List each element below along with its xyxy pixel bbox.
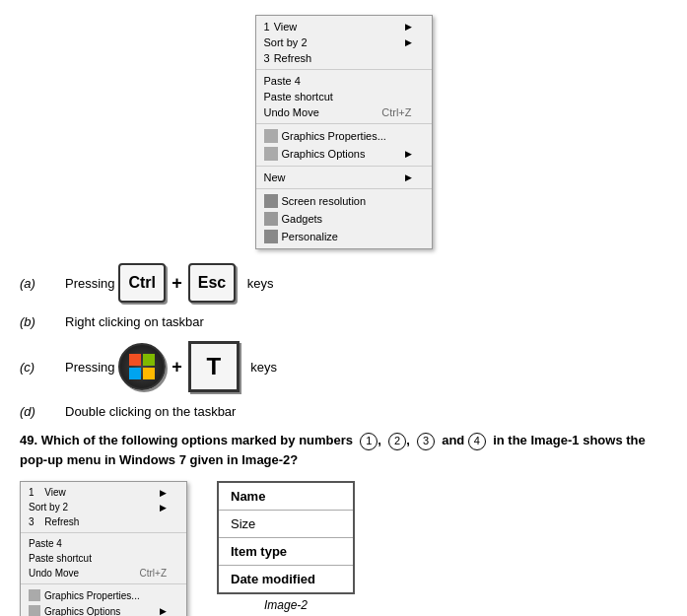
plus-a: +	[172, 273, 182, 294]
personalize-icon	[264, 230, 278, 243]
text-b: Right clicking on taskbar	[65, 314, 204, 329]
menu-sep-1	[256, 69, 432, 70]
menu-label-paste: Paste 4	[264, 75, 301, 87]
menu-item-graphics-opts[interactable]: Graphics Options	[256, 145, 432, 163]
menu-item-paste[interactable]: Paste 4	[256, 73, 432, 89]
esc-key: Esc	[188, 263, 236, 303]
img1-menu-undo: Undo Move Ctrl+Z	[21, 566, 186, 581]
plus-c: +	[172, 357, 182, 377]
windows-logo-svg	[127, 352, 157, 381]
circle-2: 2	[388, 433, 406, 450]
menu-label-gadgets: Gadgets	[282, 213, 323, 225]
img1-menu-sortby: Sort by 2	[21, 500, 186, 514]
menu-sep-3	[256, 166, 432, 167]
sort-item-name: Name	[219, 483, 353, 511]
label-c: (c)	[20, 360, 49, 375]
question-text1: Which of the following options marked by…	[41, 433, 353, 447]
menu-item-screen-res[interactable]: Screen resolution	[256, 192, 432, 210]
section-b: (b) Right clicking on taskbar	[20, 314, 667, 329]
image-1-block: 1 View Sort by 2 3 Refresh Paste 4 Paste…	[20, 481, 187, 616]
t-key: T	[188, 341, 240, 392]
text-d: Double clicking on the taskbar	[65, 404, 236, 419]
ctrl-key: Ctrl	[118, 263, 166, 303]
svg-rect-3	[143, 368, 155, 379]
menu-item-graphics-props[interactable]: Graphics Properties...	[256, 127, 432, 145]
menu-sep-4	[256, 188, 432, 189]
section-d: (d) Double clicking on the taskbar	[20, 404, 667, 419]
section-a: (a) Pressing Ctrl + Esc keys	[20, 263, 667, 303]
top-context-menu: 1 View Sort by 2 3 Refresh Paste 4 Paste…	[255, 15, 433, 249]
menu-num-1: 1	[264, 21, 270, 33]
img1-menu-refresh: 3 Refresh	[21, 514, 186, 529]
img1-menu-paste-sc: Paste shortcut	[21, 551, 186, 566]
images-row: 1 View Sort by 2 3 Refresh Paste 4 Paste…	[20, 481, 667, 616]
menu-label-refresh: Refresh	[274, 52, 312, 64]
menu-sep-2	[256, 123, 432, 124]
img1-menu-gfx-opts: Graphics Options	[21, 603, 186, 616]
img1-gfx-props-icon	[29, 589, 40, 601]
suffix-c: keys	[250, 360, 277, 375]
circle-3: 3	[417, 433, 435, 450]
image-2-block: Name Size Item type Date modified Image-…	[217, 481, 355, 612]
menu-label-personalize: Personalize	[282, 231, 338, 242]
menu-num-3: 3	[264, 52, 270, 64]
menu-label-screen-res: Screen resolution	[282, 195, 367, 207]
menu-item-view[interactable]: 1 View	[256, 19, 432, 34]
img1-menu-paste: Paste 4	[21, 536, 186, 551]
suffix-a: keys	[247, 276, 274, 291]
menu-item-paste-shortcut[interactable]: Paste shortcut	[256, 89, 432, 104]
circle-4: 4	[468, 433, 486, 450]
windows-logo-btn	[118, 343, 166, 390]
menu-label-paste-shortcut: Paste shortcut	[264, 91, 333, 103]
menu-item-refresh[interactable]: 3 Refresh	[256, 50, 432, 66]
text-c: Pressing	[65, 360, 115, 375]
menu-item-undo[interactable]: Undo Move Ctrl+Z	[256, 104, 432, 120]
menu-item-gadgets[interactable]: Gadgets	[256, 210, 432, 228]
screen-res-icon	[264, 194, 278, 208]
label-a: (a)	[20, 276, 49, 291]
img1-num-1: 1	[29, 487, 34, 498]
menu-shortcut-undo: Ctrl+Z	[381, 106, 411, 118]
menu-item-sortby[interactable]: Sort by 2	[256, 34, 432, 50]
svg-rect-2	[129, 368, 141, 379]
menu-item-new[interactable]: New	[256, 170, 432, 185]
label-d: (d)	[20, 404, 49, 419]
gadgets-icon	[264, 212, 278, 226]
graphics-props-icon	[264, 129, 278, 143]
img1-menu-view: 1 View	[21, 485, 186, 500]
image1-context-menu: 1 View Sort by 2 3 Refresh Paste 4 Paste…	[20, 481, 187, 616]
section-c: (c) Pressing + T keys	[20, 341, 667, 392]
image2-sort-menu: Name Size Item type Date modified	[217, 481, 355, 594]
img1-gfx-opts-icon	[29, 605, 40, 616]
menu-label-graphics-opts: Graphics Options	[282, 148, 366, 160]
circle-1: 1	[360, 433, 378, 450]
menu-label-view: View	[274, 21, 298, 33]
img1-sep-1	[21, 532, 186, 533]
img1-menu-gfx-props: Graphics Properties...	[21, 587, 186, 603]
image2-label: Image-2	[264, 598, 308, 612]
menu-label-graphics-props: Graphics Properties...	[282, 130, 386, 142]
sort-item-size: Size	[219, 511, 353, 538]
menu-item-personalize[interactable]: Personalize	[256, 228, 432, 245]
question-49: 49. Which of the following options marke…	[20, 431, 667, 469]
top-context-menu-container: 1 View Sort by 2 3 Refresh Paste 4 Paste…	[20, 15, 667, 249]
svg-rect-0	[129, 354, 141, 366]
svg-rect-1	[143, 354, 155, 366]
question-number: 49.	[20, 433, 37, 447]
menu-label-sortby: Sort by 2	[264, 36, 308, 48]
menu-label-undo: Undo Move	[264, 106, 319, 118]
text-a: Pressing	[65, 276, 115, 291]
label-b: (b)	[20, 314, 49, 329]
img1-sep-2	[21, 583, 186, 584]
img1-shortcut-undo: Ctrl+Z	[140, 568, 168, 579]
sort-item-date: Date modified	[219, 566, 353, 592]
menu-label-new: New	[264, 171, 286, 183]
graphics-opts-icon	[264, 147, 278, 161]
sort-item-type: Item type	[219, 538, 353, 566]
